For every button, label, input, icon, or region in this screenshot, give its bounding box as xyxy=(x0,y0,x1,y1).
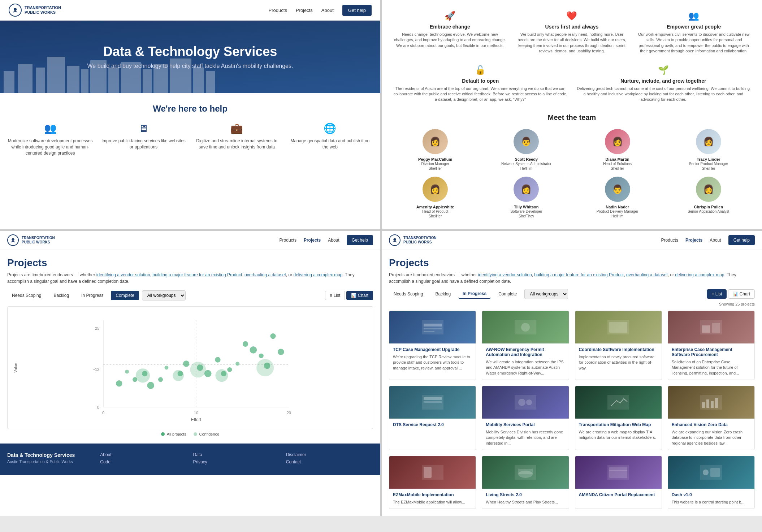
panel3-nav-projects[interactable]: Projects xyxy=(304,238,321,243)
panel3-tab-needs-scoping[interactable]: Needs Scoping xyxy=(7,291,46,300)
avatar-3: 👩 xyxy=(696,129,721,154)
project-card-5[interactable]: Mobility Services Portal Mobility Servic… xyxy=(482,386,569,450)
panel3-logo-text: TRANSPORTATION PUBLIC WORKS xyxy=(22,236,55,245)
project-card-6[interactable]: Transportation Mitigation Web Map We are… xyxy=(575,386,662,450)
footer-link-privacy[interactable]: Privacy xyxy=(193,459,280,464)
project-title-4: DTS Service Request 2.0 xyxy=(393,422,472,427)
value-icon-1: ❤️ xyxy=(515,11,629,21)
project-card-7[interactable]: Enhanced Vision Zero Data We are expandi… xyxy=(668,386,755,450)
chart-icon: 📊 xyxy=(351,293,356,298)
team-member-6: 👨 Nadin Nader Product Delivery Manager H… xyxy=(575,177,660,219)
footer-col-1: About Code xyxy=(100,452,187,467)
svg-point-45 xyxy=(243,341,248,347)
project-card-4[interactable]: DTS Service Request 2.0 xyxy=(389,386,476,450)
chart-y-label: Value xyxy=(13,363,18,372)
project-card-0[interactable]: TCP Case Management Upgrade We're upgrad… xyxy=(389,311,476,380)
project-body-6: Transportation Mitigation Web Map We are… xyxy=(575,419,662,444)
project-card-9[interactable]: Living Streets 2.0 When Healthy Streets … xyxy=(482,456,569,509)
team-member-1: 👨 Scott Reedy Network Systems Administra… xyxy=(484,129,569,171)
project-card-3[interactable]: Enterprise Case Management Software Proc… xyxy=(668,311,755,380)
panel4-nav-products[interactable]: Products xyxy=(661,238,678,243)
panel4-workgroup-select[interactable]: All workgroups xyxy=(524,289,568,299)
project-card-11[interactable]: Dash v1.0 This website is a central star… xyxy=(668,456,755,509)
panel4-link-vendor[interactable]: identifying a vendor solution xyxy=(478,272,532,277)
panel4-tab-in-progress[interactable]: In Progress xyxy=(458,289,491,299)
footer-link-about[interactable]: About xyxy=(100,452,187,457)
panel4-link-map[interactable]: delivering a complex map xyxy=(675,272,724,277)
panel4-list-view-button[interactable]: ≡ List xyxy=(707,289,727,299)
svg-rect-66 xyxy=(424,397,442,400)
panel4-tab-needs-scoping[interactable]: Needs Scoping xyxy=(389,289,428,299)
member-name-7: Chrispin Pullen xyxy=(666,205,751,209)
legend-all-projects: All projects xyxy=(161,432,186,436)
panel3-link-dataset[interactable]: overhauling a dataset xyxy=(244,272,286,277)
svg-point-53 xyxy=(393,238,396,241)
panel3-nav-products[interactable]: Products xyxy=(280,238,296,243)
svg-rect-10 xyxy=(143,69,152,93)
panel4-link-dataset[interactable]: overhauling a dataset xyxy=(626,272,668,277)
panel4-tab-complete[interactable]: Complete xyxy=(494,289,521,299)
svg-point-0 xyxy=(14,8,17,11)
panel3-tab-backlog[interactable]: Backlog xyxy=(49,291,74,300)
panel3-workgroup-select[interactable]: All workgroups xyxy=(142,290,186,300)
footer-brand-name: Data & Technology Services xyxy=(7,452,94,458)
footer-col-2: Data Privacy xyxy=(193,452,280,467)
panel3-tab-in-progress[interactable]: In Progress xyxy=(77,291,108,300)
panel4-link-product[interactable]: building a major feature for an existing… xyxy=(534,272,624,277)
footer-brand-sub: Austin Transportation & Public Works xyxy=(7,459,94,464)
panel3-list-view-button[interactable]: ≡ List xyxy=(325,291,345,300)
panel3-content: Projects Projects are timeboxed endeavor… xyxy=(0,250,380,444)
help-icon-0: 👥 xyxy=(44,122,57,134)
panel4-get-help-button[interactable]: Get help xyxy=(728,235,755,245)
value-desc-0: Needs change; technologies evolve. We we… xyxy=(393,32,507,48)
footer-link-code[interactable]: Code xyxy=(100,459,187,464)
panel3-chart-view-button[interactable]: 📊 Chart xyxy=(346,291,373,300)
panel3-get-help-button[interactable]: Get help xyxy=(347,235,373,245)
help-item-2: 💼 Digitize and streamline internal syste… xyxy=(194,122,280,156)
panel3-link-map[interactable]: delivering a complex map xyxy=(293,272,342,277)
panel1-nav-about[interactable]: About xyxy=(321,8,334,13)
panel3-nav-about[interactable]: About xyxy=(328,238,339,243)
project-img-4 xyxy=(389,386,476,419)
project-body-9: Living Streets 2.0 When Healthy Streets … xyxy=(482,489,568,509)
project-desc-0: We're upgrading the TCP Review module to… xyxy=(393,354,472,371)
project-title-7: Enhanced Vision Zero Data xyxy=(672,422,751,427)
project-card-10[interactable]: AMANDA Citizen Portal Replacement xyxy=(575,456,662,509)
panel1-nav-products[interactable]: Products xyxy=(269,8,287,13)
svg-point-36 xyxy=(183,360,189,367)
member-org-0: She/Her xyxy=(393,166,478,171)
panel4-nav-projects[interactable]: Projects xyxy=(685,238,702,243)
footer-link-disclaimer[interactable]: Disclaimer xyxy=(286,452,373,457)
panel4-chart-view-button[interactable]: 📊 Chart xyxy=(728,289,755,299)
svg-rect-5 xyxy=(67,66,79,93)
scatter-chart: 0 ~12 25 0 10 20 xyxy=(13,312,367,423)
project-img-6 xyxy=(575,386,662,419)
value-desc-1: We build only what people really need, n… xyxy=(515,32,629,54)
panel4-tab-backlog[interactable]: Backlog xyxy=(430,289,455,299)
project-desc-8: The EZMaxMobile application will allow..… xyxy=(393,499,472,505)
panel3-link-product[interactable]: building a major feature for an existing… xyxy=(152,272,242,277)
project-img-5 xyxy=(482,386,568,419)
panel4-nav-about[interactable]: About xyxy=(710,238,721,243)
project-card-8[interactable]: EZMaxMobile Implementation The EZMaxMobi… xyxy=(389,456,476,509)
value-desc-2: Our work empowers civil servants to disc… xyxy=(636,32,751,54)
svg-point-29 xyxy=(136,368,150,382)
panel4-showing: Showing 25 projects xyxy=(389,302,755,306)
panel3-tab-complete[interactable]: Complete xyxy=(111,291,139,300)
avatar-1: 👨 xyxy=(514,129,539,154)
value-icon-0: 🚀 xyxy=(393,11,507,21)
project-card-1[interactable]: AW-ROW Emergency Permit Automation and I… xyxy=(482,311,569,380)
panel3-link-vendor[interactable]: identifying a vendor solution xyxy=(96,272,150,277)
footer-link-contact[interactable]: Contact xyxy=(286,459,373,464)
team-member-0: 👩 Peggy MacCallum Division Manager She/H… xyxy=(393,129,478,171)
panel1-nav-projects[interactable]: Projects xyxy=(296,8,313,13)
chart-legend: All projects Confidence xyxy=(7,432,373,436)
panel1-get-help-button[interactable]: Get help xyxy=(342,5,372,16)
member-org-1: He/Him xyxy=(484,166,569,171)
project-card-2[interactable]: Coordinate Software Implementation Imple… xyxy=(575,311,662,380)
panel4-view-toggle: ≡ List 📊 Chart xyxy=(707,289,755,299)
help-item-1: 🖥 Improve public-facing services like we… xyxy=(100,122,186,156)
member-title-3: Senior Product Manager xyxy=(666,161,751,166)
avatar-2: 👩 xyxy=(605,129,630,154)
footer-link-data[interactable]: Data xyxy=(193,452,280,457)
